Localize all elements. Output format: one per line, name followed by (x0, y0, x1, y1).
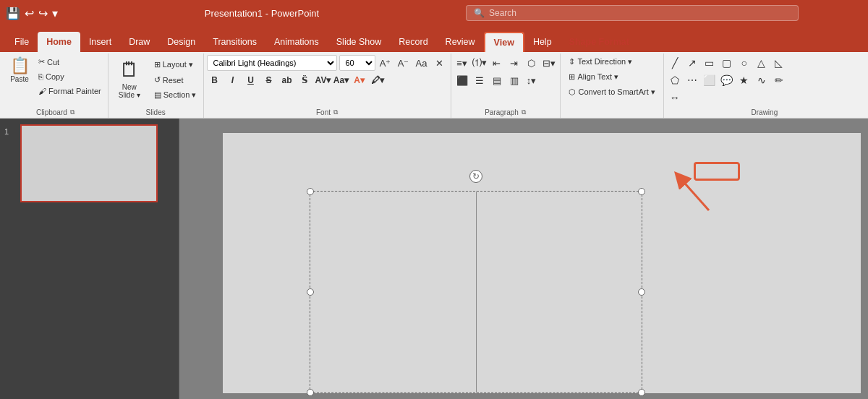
redo-icon[interactable]: ↪ (38, 7, 48, 20)
group-drawing: ╱ ↗ ▭ ▢ ○ △ ◺ ⬠ ⋯ ⬜ 💬 ★ ∿ ✏ ↔ Drawing (664, 53, 865, 118)
underline-button[interactable]: U (243, 72, 259, 88)
section-button[interactable]: ▤ Section ▾ (150, 88, 200, 102)
text-direction-button[interactable]: ⇕ Text Direction ▾ (563, 55, 660, 69)
tab-home[interactable]: Home (38, 32, 80, 52)
reset-button[interactable]: ↺ Reset (150, 73, 200, 87)
tab-insert[interactable]: Insert (80, 32, 120, 52)
shape-oval-button[interactable]: ○ (736, 55, 752, 71)
new-slide-icon: 🗒 (119, 58, 140, 82)
quick-access-toolbar[interactable]: 💾 ↩ ↪ ▾ (6, 7, 58, 20)
char-spacing-button[interactable]: AV▾ (315, 72, 331, 88)
tab-file[interactable]: File (6, 32, 38, 52)
clipboard-label: Clipboard ⧉ (6, 107, 105, 118)
paragraph-expand-icon[interactable]: ⧉ (522, 108, 526, 116)
shape-triangle-button[interactable]: △ (754, 55, 770, 71)
slide-panel[interactable]: 1 (0, 119, 179, 399)
undo-icon[interactable]: ↩ (25, 7, 34, 20)
cut-button[interactable]: ✂ Cut (35, 55, 105, 69)
tab-draw[interactable]: Draw (120, 32, 158, 52)
italic-button[interactable]: I (225, 72, 241, 88)
clear-format-button[interactable]: ✕ (432, 55, 448, 71)
strikethrough2-button[interactable]: ab (279, 72, 295, 88)
handle-top-right[interactable] (638, 188, 645, 195)
slide-thumbnail[interactable] (20, 124, 158, 202)
selection-box[interactable]: ↻ (310, 191, 642, 393)
format-painter-button[interactable]: 🖌 Format Painter (35, 85, 105, 98)
align-right-button[interactable]: ▤ (489, 72, 505, 88)
customize-icon[interactable]: ▾ (52, 7, 58, 20)
shape-more-button[interactable]: ⋯ (684, 72, 700, 88)
font-expand-icon[interactable]: ⧉ (333, 108, 338, 116)
shadow-button[interactable]: S̈ (297, 72, 313, 88)
vertical-line (476, 192, 477, 392)
search-icon: 🔍 (474, 8, 485, 18)
shape-connector-button[interactable]: ↔ (667, 90, 683, 106)
increase-indent-button[interactable]: ⇥ (506, 55, 522, 71)
convert-smartart-button[interactable]: ⬡ Convert to SmartArt ▾ (563, 85, 660, 99)
shape-pentagon-button[interactable]: ⬠ (667, 72, 683, 88)
highlight-button[interactable]: 🖍▾ (370, 72, 386, 88)
font-size-select[interactable]: 60 (339, 55, 375, 71)
shape-right-triangle-button[interactable]: ◺ (771, 55, 787, 71)
shape-line-button[interactable]: ╱ (667, 55, 683, 71)
bold-button[interactable]: B (207, 72, 223, 88)
search-input[interactable] (489, 8, 791, 18)
font-color-button[interactable]: A▾ (352, 72, 367, 88)
shape-freeform-button[interactable]: ✏ (771, 72, 787, 88)
handle-bottom-right[interactable] (638, 389, 645, 396)
paste-button[interactable]: 📋 Paste (6, 55, 33, 86)
strikethrough-button[interactable]: S (261, 72, 277, 88)
group-slides: 🗒 NewSlide ▾ ⊞ Layout ▾ ↺ Reset ▤ Sectio… (109, 53, 204, 118)
change-case-button[interactable]: Aa (414, 55, 430, 71)
slide-canvas: ↻ (223, 133, 861, 393)
search-bar[interactable]: 🔍 (466, 5, 799, 21)
bullets-button[interactable]: ≡▾ (454, 55, 470, 71)
handle-top-left[interactable] (307, 188, 314, 195)
tab-shape-format[interactable]: Shape Format (561, 32, 638, 52)
handle-middle-right[interactable] (638, 288, 645, 296)
slide-thumb-1[interactable]: 1 (4, 124, 174, 202)
save-icon[interactable]: 💾 (6, 7, 20, 20)
tab-record[interactable]: Record (390, 32, 436, 52)
decrease-font-button[interactable]: A⁻ (396, 55, 412, 71)
tab-review[interactable]: Review (437, 32, 484, 52)
group-clipboard: 📋 Paste ✂ Cut ⎘ Copy 🖌 Format Painter Cl… (3, 53, 109, 118)
align-center-button[interactable]: ☰ (472, 72, 488, 88)
increase-font-button[interactable]: A⁺ (378, 55, 393, 71)
tab-view[interactable]: View (484, 32, 524, 52)
shape-callout-button[interactable]: 💬 (719, 72, 735, 88)
smart-art-button[interactable]: ⬡ (524, 55, 540, 71)
shape-rounded-rect-button[interactable]: ▢ (719, 55, 735, 71)
numbering-button[interactable]: ⑴▾ (472, 55, 488, 71)
tab-animations[interactable]: Animations (265, 32, 328, 52)
columns-button[interactable]: ⊟▾ (541, 55, 557, 71)
text-direction-label (563, 115, 660, 118)
handle-bottom-left[interactable] (307, 389, 314, 396)
align-text-button[interactable]: ⊞ Align Text ▾ (563, 70, 660, 84)
paste-icon: 📋 (10, 58, 30, 74)
align-left-button[interactable]: ⬛ (454, 72, 470, 88)
clipboard-expand-icon[interactable]: ⧉ (70, 108, 75, 116)
tab-help[interactable]: Help (524, 32, 561, 52)
rotate-handle[interactable]: ↻ (469, 170, 482, 183)
shape-star-button[interactable]: ★ (736, 72, 752, 88)
line-spacing-button[interactable]: ↕▾ (524, 72, 540, 88)
shape-text-box-button[interactable]: ⬜ (702, 72, 718, 88)
window-title: Presentation1 - PowerPoint (64, 8, 460, 19)
shape-curve-button[interactable]: ∿ (754, 72, 770, 88)
handle-middle-left[interactable] (307, 288, 314, 296)
shape-arrow-button[interactable]: ↗ (684, 55, 700, 71)
shape-rectangle-button[interactable]: ▭ (702, 55, 718, 71)
layout-icon: ⊞ (154, 60, 161, 69)
tab-design[interactable]: Design (158, 32, 204, 52)
justify-button[interactable]: ▥ (506, 72, 522, 88)
new-slide-button[interactable]: 🗒 NewSlide ▾ (111, 55, 148, 102)
copy-button[interactable]: ⎘ Copy (35, 70, 105, 83)
tab-transitions[interactable]: Transitions (204, 32, 265, 52)
layout-button[interactable]: ⊞ Layout ▾ (150, 58, 200, 72)
decrease-indent-button[interactable]: ⇤ (489, 55, 505, 71)
font-name-select[interactable]: Calibri Light (Headings) (207, 55, 337, 71)
tab-slideshow[interactable]: Slide Show (328, 32, 391, 52)
canvas-area[interactable]: ↻ (179, 119, 868, 399)
font-case-button[interactable]: Aa▾ (333, 72, 349, 88)
